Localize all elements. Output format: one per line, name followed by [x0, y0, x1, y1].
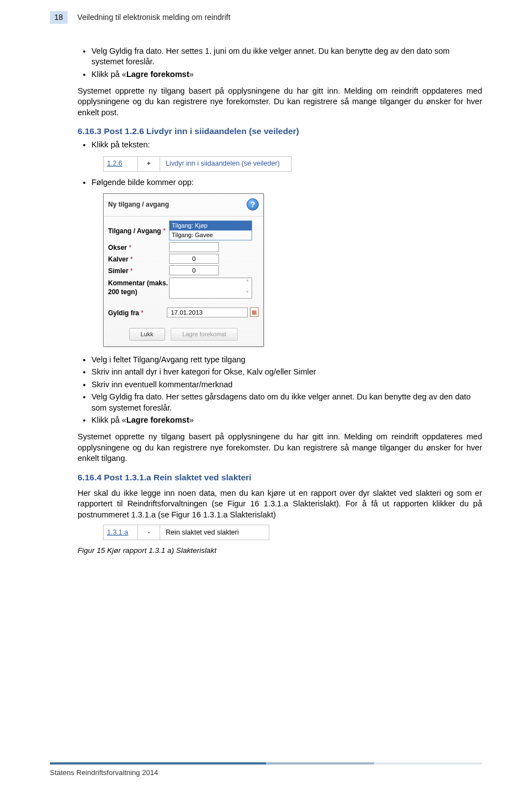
list-item: Skriv inn eventuell kommentar/merknad: [91, 379, 482, 391]
paragraph: Her skal du ikke legge inn noen data, me…: [78, 488, 482, 521]
scrollbar[interactable]: ˄˅: [243, 279, 251, 297]
lagre-forekomst-button[interactable]: Lagre forekomst: [171, 328, 238, 341]
bullets-block-1: Velg Gyldig fra dato. Her settes 1. juni…: [91, 46, 482, 80]
list-item: Klikk på «Lagre forekomst»: [91, 69, 482, 80]
list-item: Velg Gyldig fra dato. Her settes gårsdag…: [91, 392, 482, 413]
page-number: 18: [50, 11, 68, 24]
dropdown-option[interactable]: Tilgang: Kjøp: [170, 221, 252, 230]
help-icon[interactable]: ?: [247, 198, 259, 211]
gyldig-fra-input[interactable]: 17.01.2013: [167, 307, 247, 317]
post-link[interactable]: 1.3.1.a: [104, 525, 138, 540]
tilgang-avgang-dropdown[interactable]: Tilgang: Kjøp Tilgang: Gavee: [169, 220, 252, 240]
screenshot-row-131a: 1.3.1.a - Rein slaktet ved slakteri: [103, 525, 269, 540]
kalver-input[interactable]: 0: [169, 254, 219, 264]
paragraph: Systemet opprette ny tilgang basert på o…: [78, 86, 482, 119]
field-label: Kommentar (maks. 200 tegn): [108, 278, 169, 296]
okser-input[interactable]: [169, 242, 219, 252]
page-footer: Statens Reindriftsforvaltning 2014: [50, 762, 482, 778]
expand-icon[interactable]: +: [138, 157, 160, 171]
field-label: Simler *: [108, 265, 169, 275]
list-item: Velg i feltet Tilgang/Avgang rett type t…: [91, 355, 482, 366]
figure-caption: Figur 15 Kjør rapport 1.3.1 a) Slakteris…: [78, 546, 482, 556]
list-item: Klikk på teksten:: [91, 140, 482, 151]
bullets-section1-c: Velg i feltet Tilgang/Avgang rett type t…: [91, 355, 482, 426]
list-item: Klikk på «Lagre forekomst»: [91, 415, 482, 426]
heading-6-16-4: 6.16.4 Post 1.3.1.a Rein slaktet ved sla…: [78, 472, 482, 484]
footer-divider: [50, 762, 482, 765]
field-label: Okser *: [108, 242, 169, 252]
dropdown-option[interactable]: Tilgang: Gavee: [170, 230, 252, 240]
list-item: Velg Gyldig fra dato. Her settes 1. juni…: [91, 46, 482, 68]
dialog-title: Ny tilgang / avgang: [108, 200, 169, 209]
simler-input[interactable]: 0: [169, 265, 219, 275]
field-label: Kalver *: [108, 254, 169, 264]
dialog-ny-tilgang: Ny tilgang / avgang ? Tilgang / Avgang *…: [103, 193, 264, 346]
list-item: Følgende bilde kommer opp:: [91, 177, 482, 188]
lukk-button[interactable]: Lukk: [129, 328, 165, 341]
collapse-icon[interactable]: -: [138, 525, 160, 540]
field-label: Tilgang / Avgang *: [108, 225, 169, 235]
heading-6-16-3: 6.16.3 Post 1.2.6 Livdyr inn i siidaande…: [78, 126, 482, 137]
list-item: Skriv inn antall dyr i hver kategori for…: [91, 367, 482, 378]
post-title[interactable]: Livdyr inn i siidaandelen (se veileder): [160, 159, 291, 168]
kommentar-input[interactable]: ˄˅: [169, 278, 252, 299]
bullets-section1-b: Følgende bilde kommer opp:: [91, 177, 482, 188]
post-link[interactable]: 1.2.6: [104, 157, 138, 171]
page-header: 18 Veiledning til elektronisk melding om…: [50, 11, 482, 24]
field-label: Gyldig fra *: [108, 307, 167, 317]
screenshot-row-126: 1.2.6 + Livdyr inn i siidaandelen (se ve…: [103, 156, 291, 172]
footer-text: Statens Reindriftsforvaltning 2014: [50, 768, 158, 777]
calendar-icon[interactable]: ▦: [250, 307, 259, 317]
header-title: Veiledning til elektronisk melding om re…: [78, 12, 231, 23]
bullets-section1-a: Klikk på teksten:: [91, 140, 482, 151]
post-title: Rein slaktet ved slakteri: [160, 528, 269, 537]
paragraph: Systemet opprette ny tilgang basert på o…: [78, 432, 482, 464]
